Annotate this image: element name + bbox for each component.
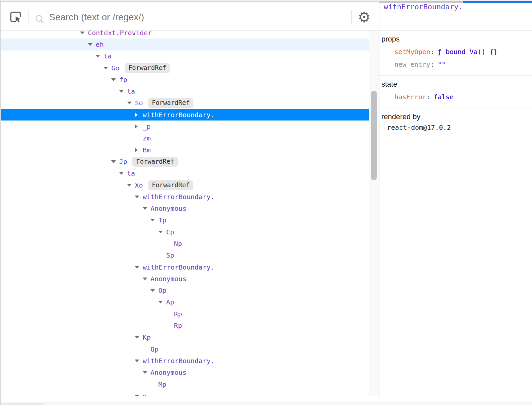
chevron-right-icon[interactable] bbox=[135, 124, 143, 129]
tree-row[interactable]: Anonymous bbox=[1, 273, 369, 284]
chevron-down-icon[interactable] bbox=[135, 360, 143, 362]
chevron-down-icon[interactable] bbox=[119, 172, 127, 175]
component-name: $o bbox=[135, 99, 143, 107]
tree-row[interactable]: Kp bbox=[1, 332, 369, 343]
active-tab-indicator bbox=[463, 1, 532, 3]
prop-colon: : bbox=[430, 60, 434, 68]
chevron-down-icon[interactable] bbox=[135, 266, 143, 269]
component-name: Context.Provider bbox=[88, 31, 152, 37]
tree-row[interactable]: Bm bbox=[1, 144, 369, 156]
tree-row[interactable]: withErrorBoundary. bbox=[1, 261, 369, 273]
tree-row[interactable]: Rp bbox=[1, 320, 369, 331]
chevron-down-icon[interactable] bbox=[127, 184, 135, 187]
component-name: fp bbox=[119, 76, 127, 84]
component-name: Go bbox=[111, 64, 119, 72]
chevron-down-icon[interactable] bbox=[127, 102, 135, 104]
component-name: n bbox=[143, 392, 147, 396]
tree-row[interactable]: _p bbox=[1, 121, 369, 132]
chevron-down-icon[interactable] bbox=[135, 196, 143, 198]
chevron-down-icon[interactable] bbox=[135, 336, 143, 339]
tree-scrollbar-track[interactable] bbox=[369, 31, 379, 396]
details-section: rendered byreact-dom@17.0.2 bbox=[379, 108, 532, 138]
tab-underline-track bbox=[379, 1, 463, 3]
tree-scrollbar-thumb[interactable] bbox=[371, 91, 377, 180]
tree-row[interactable]: ta bbox=[1, 168, 369, 179]
component-name: _p bbox=[143, 122, 151, 130]
tree-row[interactable]: fp bbox=[1, 74, 369, 85]
component-name: Tp bbox=[158, 216, 166, 224]
component-name: Rp bbox=[174, 310, 182, 318]
settings-gear-icon[interactable] bbox=[356, 9, 372, 26]
component-name: Kp bbox=[143, 333, 151, 341]
tree-row[interactable]: zm bbox=[1, 132, 369, 144]
horizontal-scrollbar-thumb[interactable] bbox=[1, 403, 44, 405]
section-label: state bbox=[381, 80, 532, 88]
inspect-element-button[interactable] bbox=[9, 11, 22, 23]
chevron-down-icon[interactable] bbox=[158, 231, 166, 233]
chevron-down-icon[interactable] bbox=[143, 371, 151, 374]
component-name: withErrorBoundary. bbox=[143, 357, 215, 365]
prop-colon: : bbox=[430, 48, 434, 56]
tree-row[interactable]: ta bbox=[1, 85, 369, 97]
chevron-down-icon[interactable] bbox=[143, 207, 151, 210]
details-section: statehasError:false bbox=[379, 76, 532, 108]
chevron-right-icon[interactable] bbox=[135, 113, 143, 117]
tree-row[interactable]: Anonymous bbox=[1, 367, 369, 378]
tree-row[interactable]: Mp bbox=[1, 378, 369, 390]
tree-row[interactable]: withErrorBoundary. bbox=[1, 355, 369, 366]
component-name: Anonymous bbox=[151, 204, 186, 212]
prop-value[interactable]: ƒ bound Va() {} bbox=[437, 48, 498, 56]
prop-value[interactable]: false bbox=[433, 93, 453, 101]
chevron-down-icon[interactable] bbox=[80, 32, 88, 34]
renderer-version: react-dom@17.0.2 bbox=[381, 123, 532, 131]
tree-row[interactable]: n bbox=[1, 390, 369, 396]
tree-row[interactable]: withErrorBoundary. bbox=[1, 109, 369, 121]
horizontal-scrollbar-track[interactable] bbox=[1, 402, 532, 405]
prop-key: hasError bbox=[394, 93, 426, 101]
prop-row[interactable]: setMyOpen:ƒ bound Va() {} bbox=[381, 48, 532, 56]
component-name: Anonymous bbox=[151, 368, 186, 376]
chevron-down-icon[interactable] bbox=[143, 278, 151, 280]
tree-row[interactable]: Qp bbox=[1, 343, 369, 355]
tree-row[interactable]: withErrorBoundary. bbox=[1, 191, 369, 202]
chevron-down-icon[interactable] bbox=[88, 43, 96, 46]
tree-row[interactable]: Np bbox=[1, 238, 369, 249]
component-name: ta bbox=[127, 169, 135, 177]
component-name: Np bbox=[174, 240, 182, 248]
tree-row[interactable]: Cp bbox=[1, 226, 369, 238]
chevron-down-icon[interactable] bbox=[135, 395, 143, 396]
chevron-right-icon[interactable] bbox=[135, 148, 143, 152]
search-input[interactable] bbox=[49, 9, 341, 25]
chevron-down-icon[interactable] bbox=[111, 78, 119, 81]
chevron-down-icon[interactable] bbox=[96, 55, 103, 57]
component-name: withErrorBoundary. bbox=[143, 193, 215, 201]
prop-row[interactable]: hasError:false bbox=[381, 93, 532, 101]
tree-row[interactable]: ta bbox=[1, 50, 369, 62]
tree-row[interactable]: Anonymous bbox=[1, 202, 369, 214]
tree-row[interactable]: GoForwardRef bbox=[1, 62, 369, 74]
component-name: ta bbox=[103, 52, 111, 60]
tree-row[interactable]: Context.Provider bbox=[1, 31, 369, 39]
chevron-down-icon[interactable] bbox=[150, 289, 158, 292]
tree-row[interactable]: XoForwardRef bbox=[1, 179, 369, 191]
tree-row[interactable]: $oForwardRef bbox=[1, 97, 369, 109]
prop-key: new entry bbox=[394, 60, 430, 68]
tree-row[interactable]: Op bbox=[1, 285, 369, 296]
chevron-down-icon[interactable] bbox=[150, 219, 158, 221]
component-name: Bm bbox=[143, 146, 151, 154]
tree-row[interactable]: Rp bbox=[1, 308, 369, 320]
component-name: Ap bbox=[166, 298, 174, 306]
component-name: Xo bbox=[135, 181, 143, 189]
prop-row[interactable]: new entry:"" bbox=[381, 60, 532, 68]
tree-row[interactable]: Ap bbox=[1, 296, 369, 308]
tree-row[interactable]: Tp bbox=[1, 214, 369, 226]
tree-row[interactable]: Sp bbox=[1, 250, 369, 261]
tree-row[interactable]: eh bbox=[1, 39, 369, 50]
prop-value[interactable]: "" bbox=[437, 60, 445, 68]
tree-row[interactable]: JpForwardRef bbox=[1, 156, 369, 167]
forwardref-badge: ForwardRef bbox=[148, 180, 193, 190]
chevron-down-icon[interactable] bbox=[111, 160, 119, 163]
chevron-down-icon[interactable] bbox=[119, 90, 127, 93]
chevron-down-icon[interactable] bbox=[103, 67, 111, 69]
chevron-down-icon[interactable] bbox=[158, 301, 166, 303]
